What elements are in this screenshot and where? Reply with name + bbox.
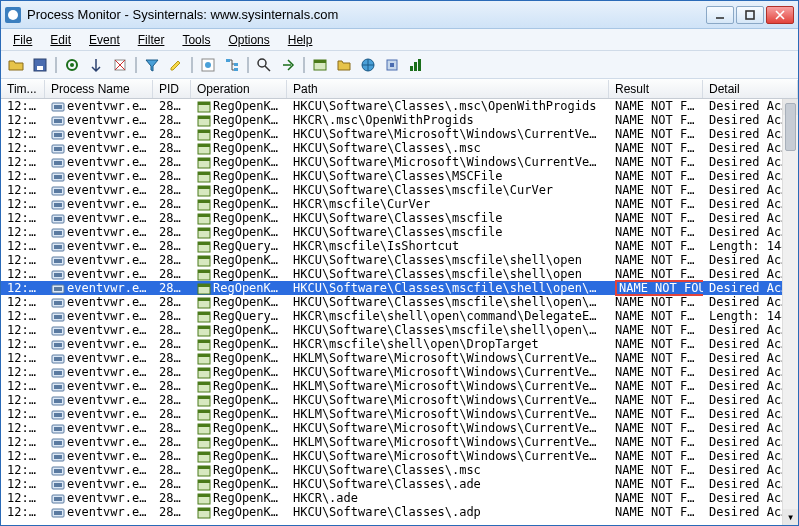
open-icon[interactable] — [5, 54, 27, 76]
col-operation[interactable]: Operation — [191, 80, 287, 98]
table-row[interactable]: 12:1...eventvwr.exe2880RegOpenKeyHKCU\So… — [1, 393, 798, 407]
table-row[interactable]: 12:1...eventvwr.exe2880RegOpenKeyHKCU\So… — [1, 225, 798, 239]
cell-path: HKCU\Software\Microsoft\Windows\CurrentV… — [287, 127, 609, 141]
svg-rect-105 — [54, 399, 62, 403]
cell-result: NAME NOT FOUND — [609, 337, 703, 351]
col-pid[interactable]: PID — [153, 80, 191, 98]
capture-icon[interactable] — [61, 54, 83, 76]
cell-time: 12:1... — [1, 351, 45, 365]
cell-path: HKCU\Software\Classes\mscfile\CurVer — [287, 183, 609, 197]
cell-path: HKCR\mscfile\CurVer — [287, 197, 609, 211]
table-row[interactable]: 12:1...eventvwr.exe2880RegOpenKeyHKCU\So… — [1, 183, 798, 197]
svg-rect-81 — [54, 315, 62, 319]
table-row[interactable]: 12:1...eventvwr.exe2880RegOpenKeyHKCU\So… — [1, 295, 798, 309]
svg-rect-35 — [198, 144, 210, 147]
svg-rect-33 — [54, 147, 62, 151]
table-row[interactable]: 12:1...eventvwr.exe2880RegOpenKeyHKCR\.m… — [1, 113, 798, 127]
cell-operation: RegOpenKey — [191, 379, 287, 393]
svg-rect-19 — [418, 59, 421, 71]
autoscroll-icon[interactable] — [85, 54, 107, 76]
event-grid[interactable]: Tim... Process Name PID Operation Path R… — [1, 79, 798, 525]
table-row[interactable]: 12:1...eventvwr.exe2880RegOpenKeyHKCU\So… — [1, 267, 798, 281]
svg-rect-0 — [746, 11, 754, 19]
table-row[interactable]: 12:1...eventvwr.exe2880RegOpenKeyHKCU\So… — [1, 127, 798, 141]
table-row[interactable]: 12:1...eventvwr.exe2880RegOpenKeyHKCU\So… — [1, 505, 798, 519]
process-tree-icon[interactable] — [221, 54, 243, 76]
table-row[interactable]: 12:1...eventvwr.exe2880RegOpenKeyHKCU\So… — [1, 281, 798, 295]
table-row[interactable]: 12:1...eventvwr.exe2880RegQueryValueHKCR… — [1, 239, 798, 253]
minimize-button[interactable] — [706, 6, 734, 24]
table-row[interactable]: 12:1...eventvwr.exe2880RegOpenKeyHKCR\ms… — [1, 197, 798, 211]
table-row[interactable]: 12:1...eventvwr.exe2880RegOpenKeyHKCU\So… — [1, 169, 798, 183]
table-row[interactable]: 12:1...eventvwr.exe2880RegOpenKeyHKCU\So… — [1, 463, 798, 477]
process-icon — [51, 353, 65, 365]
show-registry-icon[interactable] — [309, 54, 331, 76]
table-row[interactable]: 12:1...eventvwr.exe2880RegOpenKeyHKCU\So… — [1, 141, 798, 155]
cell-time: 12:1... — [1, 155, 45, 169]
show-profiling-icon[interactable] — [405, 54, 427, 76]
col-result[interactable]: Result — [609, 80, 703, 98]
show-process-icon[interactable] — [381, 54, 403, 76]
table-row[interactable]: 12:1...eventvwr.exe2880RegOpenKeyHKCR\ms… — [1, 337, 798, 351]
table-row[interactable]: 12:1...eventvwr.exe2880RegOpenKeyHKLM\So… — [1, 435, 798, 449]
menu-event[interactable]: Event — [81, 31, 128, 49]
table-row[interactable]: 12:1...eventvwr.exe2880RegOpenKeyHKCR\.a… — [1, 491, 798, 505]
table-row[interactable]: 12:1...eventvwr.exe2880RegOpenKeyHKCU\So… — [1, 365, 798, 379]
svg-rect-109 — [54, 413, 62, 417]
col-process[interactable]: Process Name — [45, 80, 153, 98]
cell-path: HKLM\Software\Microsoft\Windows\CurrentV… — [287, 379, 609, 393]
find-icon[interactable] — [253, 54, 275, 76]
table-row[interactable]: 12:1...eventvwr.exe2880RegOpenKeyHKCU\So… — [1, 477, 798, 491]
result-highlight: NAME NOT FOUND — [615, 280, 703, 296]
svg-rect-59 — [198, 228, 210, 231]
cell-operation: RegOpenKey — [191, 449, 287, 463]
highlight-icon[interactable] — [165, 54, 187, 76]
col-path[interactable]: Path — [287, 80, 609, 98]
svg-rect-99 — [198, 368, 210, 371]
cell-process: eventvwr.exe — [45, 141, 153, 155]
table-row[interactable]: 12:1...eventvwr.exe2880RegQueryValueHKCR… — [1, 309, 798, 323]
menu-options[interactable]: Options — [220, 31, 277, 49]
svg-rect-137 — [54, 511, 62, 515]
cell-process: eventvwr.exe — [45, 267, 153, 281]
maximize-button[interactable] — [736, 6, 764, 24]
svg-rect-23 — [198, 102, 210, 105]
cell-process: eventvwr.exe — [45, 239, 153, 253]
show-filesystem-icon[interactable] — [333, 54, 355, 76]
table-row[interactable]: 12:1...eventvwr.exe2880RegOpenKeyHKCU\So… — [1, 253, 798, 267]
table-row[interactable]: 12:1...eventvwr.exe2880RegOpenKeyHKCU\So… — [1, 421, 798, 435]
cell-process: eventvwr.exe — [45, 449, 153, 463]
titlebar[interactable]: Process Monitor - Sysinternals: www.sysi… — [1, 1, 798, 29]
scroll-thumb[interactable] — [785, 103, 796, 151]
close-button[interactable] — [766, 6, 794, 24]
table-row[interactable]: 12:1...eventvwr.exe2880RegOpenKeyHKLM\So… — [1, 407, 798, 421]
table-row[interactable]: 12:1...eventvwr.exe2880RegOpenKeyHKCU\So… — [1, 155, 798, 169]
menu-tools[interactable]: Tools — [174, 31, 218, 49]
save-icon[interactable] — [29, 54, 51, 76]
jump-icon[interactable] — [277, 54, 299, 76]
table-row[interactable]: 12:1...eventvwr.exe2880RegOpenKeyHKCU\So… — [1, 449, 798, 463]
include-process-icon[interactable] — [197, 54, 219, 76]
table-row[interactable]: 12:1...eventvwr.exe2880RegOpenKeyHKCU\So… — [1, 99, 798, 113]
svg-rect-41 — [54, 175, 62, 179]
menu-file[interactable]: File — [5, 31, 40, 49]
menu-help[interactable]: Help — [280, 31, 321, 49]
table-row[interactable]: 12:1...eventvwr.exe2880RegOpenKeyHKCU\So… — [1, 211, 798, 225]
clear-icon[interactable] — [109, 54, 131, 76]
table-row[interactable]: 12:1...eventvwr.exe2880RegOpenKeyHKLM\So… — [1, 351, 798, 365]
menu-edit[interactable]: Edit — [42, 31, 79, 49]
scroll-down-icon[interactable]: ▾ — [783, 509, 798, 525]
svg-rect-37 — [54, 161, 62, 165]
filter-icon[interactable] — [141, 54, 163, 76]
table-row[interactable]: 12:1...eventvwr.exe2880RegOpenKeyHKCU\So… — [1, 323, 798, 337]
cell-pid: 2880 — [153, 281, 191, 295]
vertical-scrollbar[interactable]: ▴ ▾ — [782, 99, 798, 525]
registry-icon — [197, 157, 211, 169]
col-time[interactable]: Tim... — [1, 80, 45, 98]
show-network-icon[interactable] — [357, 54, 379, 76]
svg-rect-55 — [198, 214, 210, 217]
col-detail[interactable]: Detail — [703, 80, 798, 98]
table-row[interactable]: 12:1...eventvwr.exe2880RegOpenKeyHKLM\So… — [1, 379, 798, 393]
menu-filter[interactable]: Filter — [130, 31, 173, 49]
cell-result: NAME NOT FOUND — [609, 323, 703, 337]
